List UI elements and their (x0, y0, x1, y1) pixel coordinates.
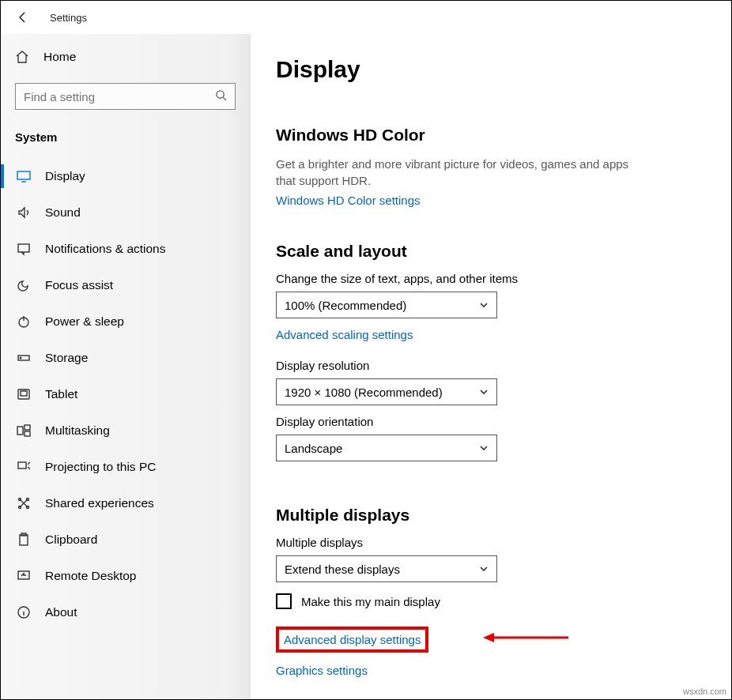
sidebar-item-display[interactable]: Display (1, 158, 250, 194)
orientation-label: Display orientation (276, 415, 700, 428)
multiple-displays-heading: Multiple displays (276, 506, 700, 525)
sidebar-item-label: Display (45, 169, 85, 183)
sidebar-item-label: Storage (45, 351, 88, 365)
sidebar-item-notifications[interactable]: Notifications & actions (1, 231, 250, 267)
hd-color-desc: Get a brighter and more vibrant picture … (276, 156, 647, 189)
chevron-down-icon (479, 386, 489, 399)
sidebar-item-shared-experiences[interactable]: Shared experiences (1, 485, 250, 521)
sidebar-item-label: Projecting to this PC (45, 460, 156, 474)
back-button[interactable] (15, 9, 31, 25)
sidebar-item-projecting[interactable]: Projecting to this PC (1, 449, 250, 485)
annotation-arrow (483, 630, 570, 645)
multiple-displays-select[interactable]: Extend these displays (276, 555, 497, 582)
power-icon (15, 314, 32, 329)
window-title: Settings (50, 12, 87, 24)
remote-desktop-icon (15, 569, 32, 583)
main-content: Display Windows HD Color Get a brighter … (251, 34, 731, 699)
svg-rect-1 (17, 171, 30, 179)
sidebar-item-label: Clipboard (45, 533, 97, 547)
sidebar-item-focus-assist[interactable]: Focus assist (1, 267, 250, 303)
sidebar-item-about[interactable]: About (1, 594, 250, 630)
sidebar-item-label: Shared experiences (45, 496, 154, 510)
svg-rect-11 (18, 462, 26, 469)
sidebar-item-power-sleep[interactable]: Power & sleep (1, 303, 250, 340)
svg-point-5 (20, 357, 21, 359)
svg-rect-9 (25, 425, 30, 430)
hd-color-heading: Windows HD Color (276, 126, 700, 145)
advanced-scaling-link[interactable]: Advanced scaling settings (276, 328, 413, 341)
svg-rect-16 (20, 535, 28, 545)
sidebar-item-tablet[interactable]: Tablet (1, 376, 250, 412)
hd-color-link[interactable]: Windows HD Color settings (276, 194, 421, 207)
text-size-select[interactable]: 100% (Recommended) (276, 292, 497, 318)
sound-icon (15, 205, 32, 220)
page-title: Display (276, 56, 700, 83)
multiple-displays-value: Extend these displays (285, 563, 400, 576)
main-display-checkbox-label: Make this my main display (301, 595, 440, 608)
multitasking-icon (15, 423, 32, 438)
svg-rect-8 (17, 427, 23, 435)
chevron-down-icon (479, 563, 489, 576)
sidebar-item-storage[interactable]: Storage (1, 340, 250, 376)
scale-heading: Scale and layout (276, 242, 700, 261)
clipboard-icon (15, 533, 32, 547)
about-icon (15, 605, 32, 619)
sidebar-item-label: About (45, 605, 77, 619)
sidebar-item-label: Notifications & actions (45, 242, 166, 256)
search-input[interactable] (24, 90, 215, 103)
home-icon (15, 50, 32, 64)
checkbox-box[interactable] (276, 593, 292, 609)
projecting-icon (15, 460, 32, 474)
graphics-settings-link[interactable]: Graphics settings (276, 664, 368, 677)
resolution-label: Display resolution (276, 359, 700, 372)
search-box[interactable] (15, 83, 236, 110)
advanced-display-link[interactable]: Advanced display settings (284, 633, 421, 646)
text-size-label: Change the size of text, apps, and other… (276, 272, 700, 285)
chevron-down-icon (479, 299, 489, 312)
home-label: Home (43, 50, 76, 64)
chevron-down-icon (479, 442, 489, 455)
sidebar-item-label: Multitasking (45, 423, 110, 438)
storage-icon (15, 351, 32, 365)
sidebar: Home System Display Sound (1, 34, 251, 699)
search-icon (215, 89, 227, 103)
titlebar: Settings (1, 1, 731, 34)
svg-rect-10 (25, 431, 30, 436)
sidebar-item-sound[interactable]: Sound (1, 194, 250, 231)
sidebar-item-label: Tablet (45, 387, 77, 401)
sidebar-item-remote-desktop[interactable]: Remote Desktop (1, 558, 250, 594)
display-icon (15, 169, 32, 183)
tablet-icon (15, 387, 32, 401)
text-size-value: 100% (Recommended) (285, 299, 406, 312)
svg-rect-7 (21, 391, 27, 396)
sidebar-item-clipboard[interactable]: Clipboard (1, 521, 250, 558)
watermark: wsxdn.com (683, 687, 726, 696)
resolution-select[interactable]: 1920 × 1080 (Recommended) (276, 378, 497, 405)
multiple-displays-label: Multiple displays (276, 536, 700, 549)
svg-rect-2 (18, 244, 29, 252)
home-nav[interactable]: Home (15, 42, 236, 72)
notifications-icon (15, 242, 32, 256)
svg-point-0 (217, 91, 224, 98)
sidebar-group-label: System (15, 130, 236, 144)
orientation-select[interactable]: Landscape (276, 435, 497, 461)
sidebar-item-multitasking[interactable]: Multitasking (1, 412, 250, 449)
svg-marker-21 (483, 633, 494, 642)
shared-icon (15, 496, 32, 510)
sidebar-item-label: Focus assist (45, 278, 113, 292)
focus-assist-icon (15, 278, 32, 292)
sidebar-item-label: Remote Desktop (45, 569, 136, 583)
sidebar-item-label: Sound (45, 205, 81, 220)
main-display-checkbox[interactable]: Make this my main display (276, 593, 700, 609)
annotation-highlight: Advanced display settings (276, 627, 428, 653)
orientation-value: Landscape (285, 442, 342, 455)
resolution-value: 1920 × 1080 (Recommended) (285, 386, 443, 399)
sidebar-item-label: Power & sleep (45, 314, 124, 329)
